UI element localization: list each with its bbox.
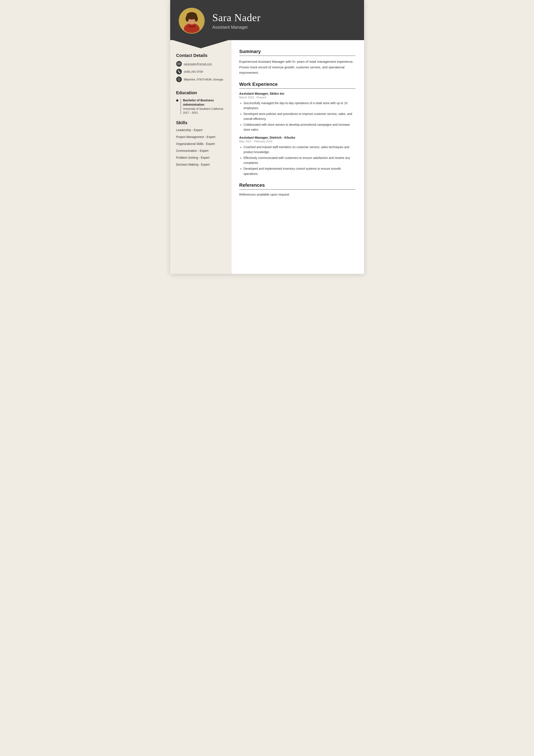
email-icon: [176, 61, 182, 67]
header-text: Sara Nader Assistant Manager: [213, 12, 261, 30]
svg-point-7: [179, 79, 179, 80]
education-section-title: Education: [176, 90, 225, 95]
job-2-bullet-2: Effectively communicated with customers …: [243, 155, 355, 165]
edu-bullet-icon: [176, 99, 178, 101]
job-2-bullet-1: Coached and trained staff members on cus…: [243, 145, 355, 155]
job-2-title: Assistant Manager, Dietrich - Klocko: [239, 136, 355, 139]
svg-rect-6: [178, 63, 180, 65]
contact-section-title: Contact Details: [176, 53, 225, 58]
contact-email-item: saranader@gmail.com: [176, 61, 225, 67]
svg-point-4: [186, 16, 189, 21]
education-section: Education Bachelor of Business Administr…: [176, 90, 225, 114]
header-chevron: [170, 39, 232, 48]
job-1-bullet-3: Collaborated with store owners to develo…: [243, 122, 355, 132]
references-section: References References available upon req…: [239, 182, 355, 196]
job-2-bullet-3: Developed and implemented inventory cont…: [243, 166, 355, 176]
contact-address-value: Billyshire, 07973-6536, Georgia: [184, 78, 223, 81]
contact-section: Contact Details saranader@gmail.com: [176, 53, 225, 84]
skill-item: Problem Solving - Expert: [176, 156, 225, 161]
skill-item: Decision Making - Expert: [176, 163, 225, 168]
main-content: Summary Experienced Assistant Manager wi…: [232, 40, 364, 274]
work-experience-title: Work Experience: [239, 82, 355, 89]
resume-container: Sara Nader Assistant Manager Contact Det…: [170, 0, 364, 274]
avatar: [179, 8, 205, 34]
summary-text: Experienced Assistant Manager with 5+ ye…: [239, 59, 355, 75]
svg-point-5: [194, 16, 198, 21]
skill-item: Leadership - Expert: [176, 128, 225, 133]
contact-phone-item: (436) 291 5709: [176, 69, 225, 74]
edu-degree: Bachelor of Business Administration: [183, 98, 225, 107]
job-2-bullets: Coached and trained staff members on cus…: [239, 145, 355, 176]
edu-school: University of Southern California: [183, 107, 225, 111]
contact-address-item: Billyshire, 07973-6536, Georgia: [176, 76, 225, 82]
skill-item: Organizational Skills - Expert: [176, 142, 225, 147]
summary-title: Summary: [239, 49, 355, 56]
work-experience-section: Work Experience Assistant Manager, Skile…: [239, 82, 355, 176]
location-icon: [176, 76, 182, 82]
skills-section: Skills Leadership - Expert Project Manag…: [176, 120, 225, 170]
resume-header: Sara Nader Assistant Manager: [170, 0, 364, 40]
candidate-name: Sara Nader: [213, 12, 261, 23]
references-title: References: [239, 182, 355, 190]
chevron-shape: [170, 39, 232, 48]
education-content: Bachelor of Business Administration Univ…: [181, 98, 225, 114]
sidebar: Contact Details saranader@gmail.com: [170, 40, 232, 274]
phone-icon: [176, 69, 182, 74]
avatar-image: [179, 8, 204, 34]
job-1-bullet-1: Successfully managed the day-to-day oper…: [243, 101, 355, 111]
references-text: References available upon request: [239, 193, 355, 196]
skills-section-title: Skills: [176, 120, 225, 125]
summary-section: Summary Experienced Assistant Manager wi…: [239, 49, 355, 75]
contact-email-value: saranader@gmail.com: [184, 62, 212, 66]
job-2: Assistant Manager, Dietrich - Klocko May…: [239, 136, 355, 176]
job-1-bullets: Successfully managed the day-to-day oper…: [239, 101, 355, 132]
resume-body: Contact Details saranader@gmail.com: [170, 40, 364, 274]
skill-item: Communication - Expert: [176, 149, 225, 154]
job-1-bullet-2: Developed store policies and procedures …: [243, 112, 355, 122]
edu-years: 2017 - 2021: [183, 111, 225, 114]
job-1-date: March 2023 - Present: [239, 96, 355, 99]
job-1-title: Assistant Manager, Skiles Inc: [239, 92, 355, 95]
contact-phone-value: (436) 291 5709: [184, 70, 203, 73]
education-item: Bachelor of Business Administration Univ…: [176, 98, 225, 114]
job-2-date: May 2021 - February 2023: [239, 140, 355, 143]
skill-item: Project Management - Expert: [176, 135, 225, 140]
candidate-title: Assistant Manager: [213, 25, 261, 30]
job-1: Assistant Manager, Skiles Inc March 2023…: [239, 92, 355, 132]
